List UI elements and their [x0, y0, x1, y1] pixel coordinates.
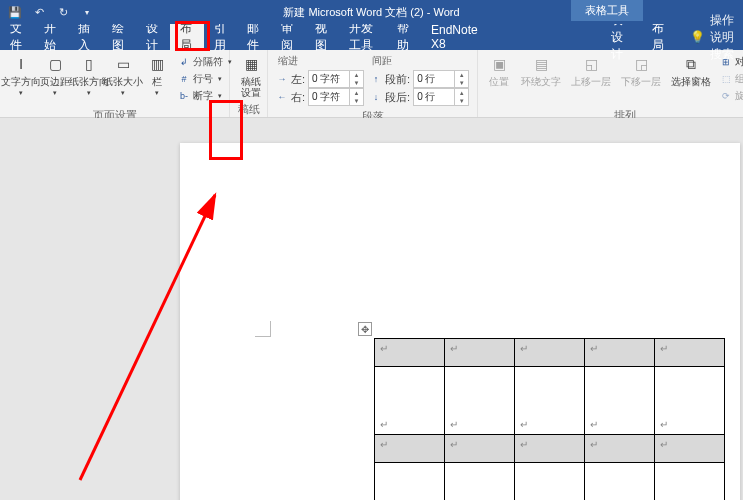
breaks-button[interactable]: ↲分隔符▾ [178, 54, 232, 70]
tab-view[interactable]: 视图 [305, 24, 339, 50]
table-cell[interactable]: ↵ [585, 435, 655, 463]
spinner-down-icon[interactable]: ▼ [350, 97, 363, 105]
table-cell[interactable]: ↵ [515, 367, 585, 435]
columns-icon: ▥ [147, 54, 167, 74]
tab-draw[interactable]: 绘图 [102, 24, 136, 50]
text-direction-button[interactable]: Ⅰ文字方向▾ [4, 52, 38, 99]
group-icon: ⬚ [720, 73, 732, 85]
position-icon: ▣ [489, 54, 509, 74]
ribbon-tabs: 文件 开始 插入 绘图 设计 布局 引用 邮件 审阅 视图 开发工具 帮助 En… [0, 24, 743, 50]
orientation-button[interactable]: ▯纸张方向▾ [72, 52, 106, 99]
table-cell[interactable]: ↵ [655, 339, 725, 367]
save-icon[interactable]: 💾 [8, 5, 22, 19]
indent-left-icon: → [276, 73, 288, 85]
tell-me-label: 操作说明搜索 [710, 12, 743, 63]
line-numbers-button[interactable]: #行号▾ [178, 71, 232, 87]
rotate-icon: ⟳ [720, 90, 732, 102]
hyphenation-button[interactable]: b-断字▾ [178, 88, 232, 104]
manuscript-settings-button[interactable]: ▦稿纸 设置 [234, 52, 268, 100]
breaks-icon: ↲ [178, 56, 190, 68]
table-cell[interactable]: ↵ [375, 463, 445, 501]
table-cell[interactable]: ↵ [515, 339, 585, 367]
tab-review[interactable]: 审阅 [271, 24, 305, 50]
table-cell[interactable]: ↵ [445, 339, 515, 367]
table-cell[interactable]: ↵ [655, 435, 725, 463]
group-manuscript: ▦稿纸 设置 稿纸 [230, 50, 268, 117]
spinner-up-icon[interactable]: ▲ [455, 89, 468, 97]
selection-pane-button[interactable]: ⧉选择窗格 [666, 52, 716, 89]
spinner-down-icon[interactable]: ▼ [350, 79, 363, 87]
spinner-up-icon[interactable]: ▲ [455, 71, 468, 79]
window-title: 新建 Microsoft Word 文档 (2) - Word [283, 5, 459, 20]
table-cell[interactable]: ↵ [375, 367, 445, 435]
text-direction-icon: Ⅰ [11, 54, 31, 74]
table-cell[interactable]: ↵ [375, 435, 445, 463]
redo-icon[interactable]: ↻ [56, 5, 70, 19]
columns-button[interactable]: ▥栏▾ [140, 52, 174, 99]
space-before-input[interactable]: 0 行▲▼ [413, 70, 469, 88]
table-cell[interactable]: ↵ [375, 339, 445, 367]
margins-icon: ▢ [45, 54, 65, 74]
tab-insert[interactable]: 插入 [68, 24, 102, 50]
tab-help[interactable]: 帮助 [387, 24, 421, 50]
lightbulb-icon: 💡 [690, 30, 705, 44]
space-after-label: 段后: [385, 90, 410, 105]
space-after-input[interactable]: 0 行▲▼ [413, 88, 469, 106]
send-backward-icon: ◲ [631, 54, 651, 74]
indent-right-icon: ← [276, 91, 288, 103]
spinner-up-icon[interactable]: ▲ [350, 71, 363, 79]
tab-developer[interactable]: 开发工具 [339, 24, 387, 50]
tab-home[interactable]: 开始 [34, 24, 68, 50]
tab-file[interactable]: 文件 [0, 24, 34, 50]
indent-right-label: 右: [291, 90, 305, 105]
word-table[interactable]: ↵↵↵↵↵ ↵↵↵↵↵ ↵↵↵↵↵ ↵↵↵↵↵ [374, 338, 725, 500]
tab-mailings[interactable]: 邮件 [237, 24, 271, 50]
undo-icon[interactable]: ↶ [32, 5, 46, 19]
tab-references[interactable]: 引用 [204, 24, 238, 50]
tab-design[interactable]: 设计 [136, 24, 170, 50]
spinner-down-icon[interactable]: ▼ [455, 79, 468, 87]
table-row: ↵↵↵↵↵ [375, 435, 725, 463]
indent-left-input[interactable]: 0 字符▲▼ [308, 70, 364, 88]
tab-table-design[interactable]: 表设计 [601, 24, 642, 50]
table-cell[interactable]: ↵ [585, 339, 655, 367]
size-button[interactable]: ▭纸张大小▾ [106, 52, 140, 99]
position-button: ▣位置 [482, 52, 516, 89]
wrap-text-icon: ▤ [531, 54, 551, 74]
table-cell[interactable]: ↵ [585, 463, 655, 501]
table-cell[interactable]: ↵ [655, 367, 725, 435]
spinner-up-icon[interactable]: ▲ [350, 89, 363, 97]
line-numbers-icon: # [178, 73, 190, 85]
group-paragraph: 缩进 →左:0 字符▲▼ ←右:0 字符▲▼ 间距 ↑段前:0 行▲▼ ↓段后:… [268, 50, 478, 117]
table-row: ↵↵↵↵↵ [375, 367, 725, 435]
tab-endnote[interactable]: EndNote X8 [421, 24, 488, 50]
page-setup-stack: ↲分隔符▾ #行号▾ b-断字▾ [174, 52, 236, 106]
table-cell[interactable]: ↵ [445, 435, 515, 463]
spinner-down-icon[interactable]: ▼ [455, 97, 468, 105]
spacing-header: 间距 [370, 54, 469, 68]
tell-me-search[interactable]: 💡 操作说明搜索 [690, 24, 743, 50]
page-size-icon: ▭ [113, 54, 133, 74]
table-cell[interactable]: ↵ [445, 367, 515, 435]
table-cell[interactable]: ↵ [655, 463, 725, 501]
tab-table-layout[interactable]: 布局 [642, 24, 676, 50]
table-move-handle[interactable]: ✥ [358, 322, 372, 336]
table-cell[interactable]: ↵ [445, 463, 515, 501]
title-bar: 💾 ↶ ↻ ▾ 新建 Microsoft Word 文档 (2) - Word … [0, 0, 743, 24]
send-backward-button: ◲下移一层 [616, 52, 666, 89]
document-area[interactable]: ✥ ↵↵↵↵↵ ↵↵↵↵↵ ↵↵↵↵↵ ↵↵↵↵↵ ↵ [0, 118, 743, 500]
group-label-manuscript: 稿纸 [234, 100, 263, 119]
contextual-tab-label: 表格工具 [571, 0, 643, 21]
selection-pane-icon: ⧉ [681, 54, 701, 74]
table-cell[interactable]: ↵ [515, 463, 585, 501]
margins-button[interactable]: ▢页边距▾ [38, 52, 72, 99]
table-cell[interactable]: ↵ [515, 435, 585, 463]
page-margin-corner [255, 321, 271, 337]
qat-customize-icon[interactable]: ▾ [80, 5, 94, 19]
table-cell[interactable]: ↵ [585, 367, 655, 435]
table-row: ↵↵↵↵↵ [375, 463, 725, 501]
indent-right-input[interactable]: 0 字符▲▼ [308, 88, 364, 106]
ribbon: Ⅰ文字方向▾ ▢页边距▾ ▯纸张方向▾ ▭纸张大小▾ ▥栏▾ ↲分隔符▾ #行号… [0, 50, 743, 118]
group-button: ⬚组合 [720, 71, 743, 87]
tab-layout[interactable]: 布局 [170, 24, 204, 50]
